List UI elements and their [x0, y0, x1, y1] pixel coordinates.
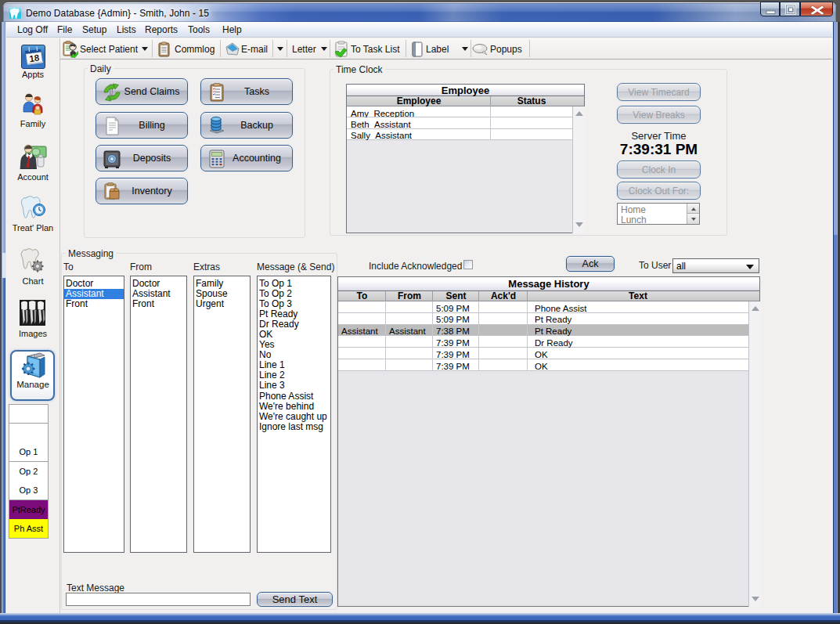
svg-text:18: 18: [29, 53, 41, 64]
